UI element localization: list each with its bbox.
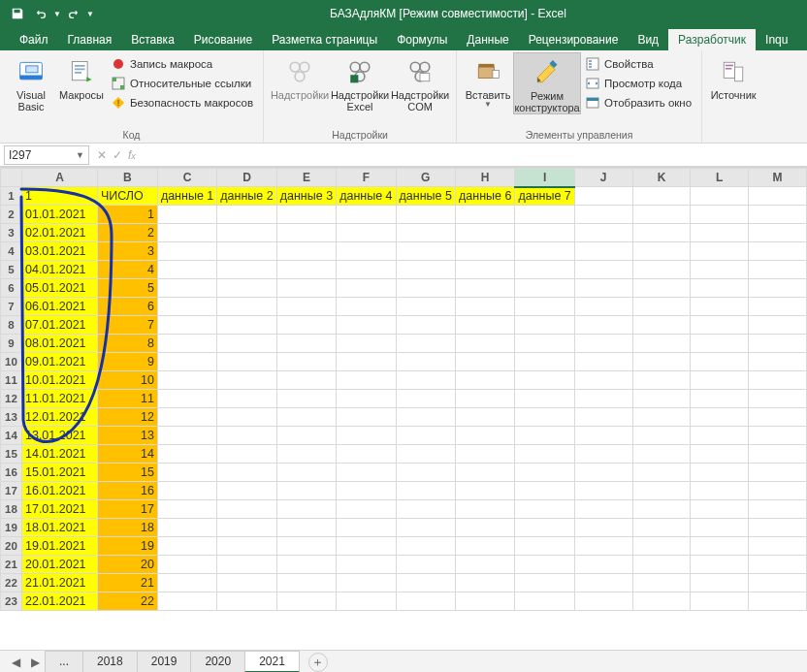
cell-G6[interactable] <box>396 279 455 298</box>
sheet-nav-prev-icon[interactable]: ◀ <box>6 656 25 669</box>
cell-J16[interactable] <box>574 464 632 482</box>
cell-G12[interactable] <box>396 390 455 408</box>
cell-D18[interactable] <box>217 500 276 519</box>
cell-C19[interactable] <box>157 519 216 537</box>
cell-J5[interactable] <box>574 261 632 279</box>
cell-B11[interactable]: 10 <box>97 371 157 390</box>
cell-L1[interactable] <box>691 187 749 206</box>
row-header-15[interactable]: 15 <box>1 445 22 464</box>
design-mode-button[interactable]: Режим конструктора <box>513 52 581 114</box>
cell-D13[interactable] <box>217 408 276 427</box>
cell-M10[interactable] <box>749 353 807 371</box>
cell-G3[interactable] <box>396 224 455 242</box>
cell-E3[interactable] <box>276 224 336 242</box>
cell-D3[interactable] <box>217 224 276 242</box>
cell-I11[interactable] <box>515 371 574 390</box>
cell-J4[interactable] <box>574 242 632 261</box>
cell-A23[interactable]: 22.01.2021 <box>21 592 97 611</box>
col-header-A[interactable]: A <box>21 169 97 187</box>
cell-A19[interactable]: 18.01.2021 <box>21 519 97 537</box>
cell-M15[interactable] <box>749 445 807 464</box>
cell-H19[interactable] <box>455 519 514 537</box>
cell-M6[interactable] <box>749 279 807 298</box>
cell-A22[interactable]: 21.01.2021 <box>21 574 97 592</box>
cell-E9[interactable] <box>276 335 336 353</box>
cell-E19[interactable] <box>276 519 336 537</box>
cell-H10[interactable] <box>455 353 514 371</box>
cell-E6[interactable] <box>276 279 336 298</box>
sheet-tab-2019[interactable]: 2019 <box>137 651 192 672</box>
row-header-1[interactable]: 1 <box>1 187 22 206</box>
visual-basic-button[interactable]: Visual Basic <box>6 52 56 112</box>
tab-разработчик[interactable]: Разработчик <box>668 29 756 50</box>
cell-E20[interactable] <box>276 537 336 556</box>
cell-A7[interactable]: 06.01.2021 <box>21 298 97 316</box>
cell-I13[interactable] <box>515 408 574 427</box>
cell-F1[interactable]: данные 4 <box>337 187 396 206</box>
cell-L4[interactable] <box>691 242 749 261</box>
row-header-12[interactable]: 12 <box>1 390 22 408</box>
cell-E14[interactable] <box>276 427 336 445</box>
cell-H14[interactable] <box>455 427 514 445</box>
cell-D15[interactable] <box>217 445 276 464</box>
sheet-nav-next-icon[interactable]: ▶ <box>25 656 45 669</box>
sheet-tab-2020[interactable]: 2020 <box>190 651 245 672</box>
insert-control-button[interactable]: Вставить ▼ <box>463 52 513 110</box>
cell-B21[interactable]: 20 <box>97 556 157 574</box>
col-header-I[interactable]: I <box>515 169 574 187</box>
cell-H9[interactable] <box>455 335 514 353</box>
row-header-10[interactable]: 10 <box>1 353 22 371</box>
cell-C20[interactable] <box>157 537 216 556</box>
cell-K17[interactable] <box>632 482 691 500</box>
cell-C5[interactable] <box>157 261 216 279</box>
col-header-H[interactable]: H <box>455 169 514 187</box>
cell-B12[interactable]: 11 <box>97 390 157 408</box>
cancel-icon[interactable]: ✕ <box>97 148 107 162</box>
cell-K19[interactable] <box>632 519 691 537</box>
cell-D20[interactable] <box>217 537 276 556</box>
row-header-23[interactable]: 23 <box>1 592 22 611</box>
cell-H18[interactable] <box>455 500 514 519</box>
row-header-4[interactable]: 4 <box>1 242 22 261</box>
cell-D23[interactable] <box>217 592 276 611</box>
cell-I16[interactable] <box>515 464 574 482</box>
cell-M8[interactable] <box>749 316 807 335</box>
cell-C8[interactable] <box>157 316 216 335</box>
cell-C13[interactable] <box>157 408 216 427</box>
cell-F23[interactable] <box>337 592 396 611</box>
row-header-11[interactable]: 11 <box>1 371 22 390</box>
cell-E15[interactable] <box>276 445 336 464</box>
cell-G5[interactable] <box>396 261 455 279</box>
source-button[interactable]: Источник <box>708 52 759 101</box>
cell-H7[interactable] <box>455 298 514 316</box>
cell-K7[interactable] <box>632 298 691 316</box>
cell-G13[interactable] <box>396 408 455 427</box>
cell-J8[interactable] <box>574 316 632 335</box>
cell-M12[interactable] <box>749 390 807 408</box>
cell-F21[interactable] <box>337 556 396 574</box>
cell-G16[interactable] <box>396 464 455 482</box>
cell-D7[interactable] <box>217 298 276 316</box>
cell-H8[interactable] <box>455 316 514 335</box>
cell-B10[interactable]: 9 <box>97 353 157 371</box>
redo-icon[interactable] <box>62 4 85 23</box>
col-header-C[interactable]: C <box>157 169 216 187</box>
cell-E10[interactable] <box>276 353 336 371</box>
cell-G14[interactable] <box>396 427 455 445</box>
cell-B1[interactable]: ЧИСЛО <box>97 187 157 206</box>
cell-G8[interactable] <box>396 316 455 335</box>
cell-L3[interactable] <box>691 224 749 242</box>
cell-B16[interactable]: 15 <box>97 464 157 482</box>
cell-J9[interactable] <box>574 335 632 353</box>
cell-B5[interactable]: 4 <box>97 261 157 279</box>
cell-J20[interactable] <box>574 537 632 556</box>
cell-L19[interactable] <box>691 519 749 537</box>
cell-L8[interactable] <box>691 316 749 335</box>
cell-B18[interactable]: 17 <box>97 500 157 519</box>
cell-G20[interactable] <box>396 537 455 556</box>
cell-F15[interactable] <box>337 445 396 464</box>
cell-E18[interactable] <box>276 500 336 519</box>
tab-рисование[interactable]: Рисование <box>184 29 262 50</box>
cell-L7[interactable] <box>691 298 749 316</box>
cell-I21[interactable] <box>515 556 574 574</box>
